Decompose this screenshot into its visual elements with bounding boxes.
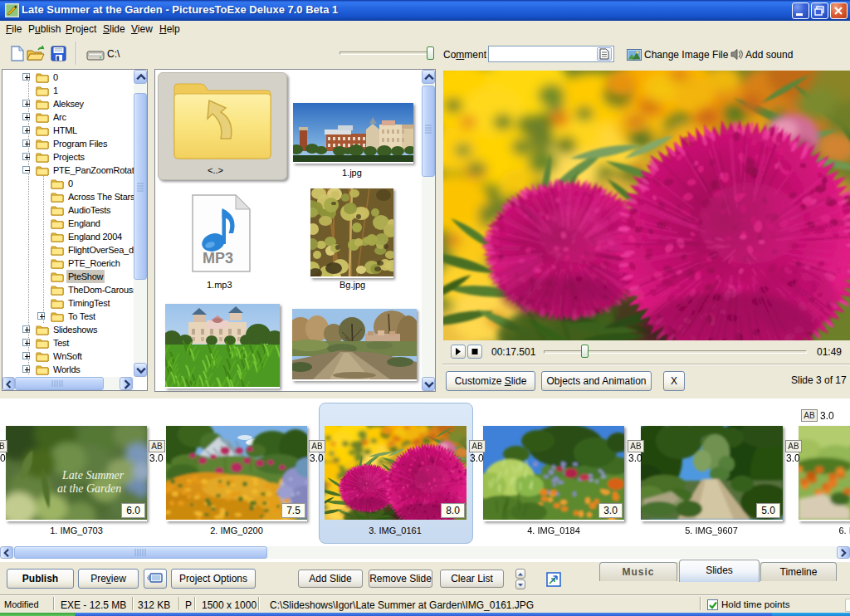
svg-text:MP3: MP3	[203, 250, 233, 266]
svg-text:at the Garden: at the Garden	[57, 482, 121, 495]
svg-text:Late Summer: Late Summer	[61, 469, 125, 482]
